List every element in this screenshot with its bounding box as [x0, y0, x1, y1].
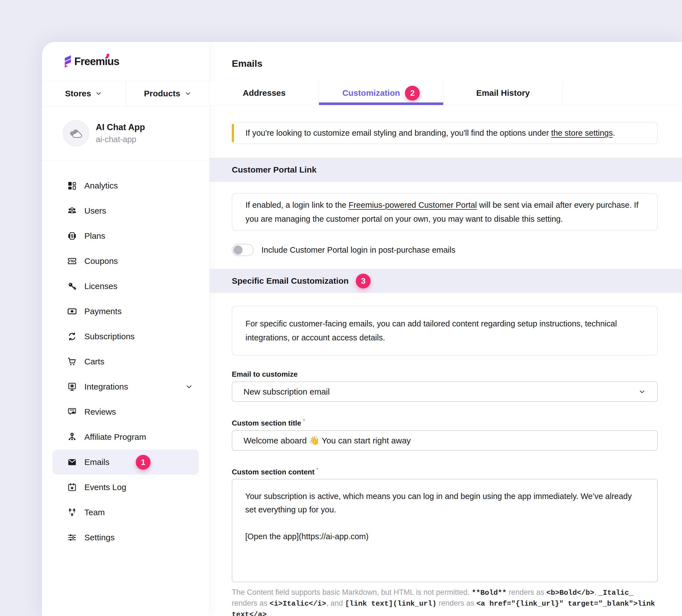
reviews-icon — [67, 407, 77, 417]
sidebar-item-label: Team — [84, 508, 105, 517]
step-badge: 2 — [405, 86, 420, 100]
sidebar-item-label: Payments — [84, 306, 121, 316]
sidebar-item-carts[interactable]: Carts — [42, 349, 209, 374]
sidebar-item-users[interactable]: Users — [42, 198, 209, 223]
sidebar-item-reviews[interactable]: Reviews — [42, 399, 209, 425]
custom-section-title-input[interactable]: Welcome aboard 👋 You can start right awa… — [232, 430, 658, 451]
integrations-icon — [67, 382, 77, 392]
required-asterisk: * — [303, 418, 305, 424]
section-customer-portal-link: Customer Portal Link — [210, 158, 682, 182]
licenses-icon — [67, 281, 77, 291]
team-icon — [67, 507, 77, 518]
required-asterisk: * — [316, 466, 318, 473]
chevron-down-icon[interactable] — [185, 383, 193, 391]
stores-label: Stores — [65, 89, 91, 98]
sidebar-item-settings[interactable]: Settings — [42, 525, 209, 550]
logo[interactable]: Freemius — [42, 42, 209, 81]
customer-portal-link[interactable]: Freemius-powered Customer Portal — [348, 201, 477, 209]
products-dropdown[interactable]: Products — [126, 81, 209, 106]
email-to-customize-select[interactable]: New subscription email — [232, 382, 658, 402]
tab-bar-filler — [563, 81, 682, 105]
coupons-icon: % — [67, 256, 77, 266]
sidebar-item-label: Licenses — [84, 281, 117, 291]
app-avatar — [63, 120, 89, 146]
brand-wordmark: Freemius — [74, 55, 119, 68]
sidebar-item-label: Users — [84, 206, 106, 215]
styling-callout: If you're looking to customize email sty… — [232, 122, 658, 144]
tab-label: Addresses — [243, 88, 286, 98]
plans-icon: $ — [67, 231, 77, 241]
tab-label: Customization — [342, 88, 400, 98]
analytics-icon — [67, 181, 77, 191]
markdown-help-text: The Content field supports basic Markdow… — [232, 588, 472, 596]
sidebar-item-coupons[interactable]: % Coupons — [42, 249, 209, 274]
payments-icon — [67, 306, 77, 316]
app-selector[interactable]: AI Chat App ai-chat-app — [42, 106, 209, 161]
freemius-logo-icon — [64, 55, 72, 68]
step-badge-3: 3 — [356, 274, 371, 289]
sidebar-item-emails[interactable]: Emails 1 — [52, 450, 199, 475]
markdown-help-text: renders as — [436, 599, 476, 607]
title-input-label: Custom section title* — [232, 418, 658, 428]
stores-dropdown[interactable]: Stores — [42, 81, 126, 106]
emails-icon — [67, 457, 77, 467]
sidebar-item-team[interactable]: Team — [42, 500, 209, 525]
sidebar-item-events-log[interactable]: Events Log — [42, 475, 209, 500]
main-panel: Emails Addresses Customization 2 Email H… — [210, 42, 682, 616]
section-specific-email-customization: Specific Email Customization 3 — [210, 269, 682, 293]
toggle-knob — [233, 246, 243, 254]
markdown-help: The Content field supports basic Markdow… — [232, 587, 658, 616]
sidebar-item-licenses[interactable]: Licenses — [42, 274, 209, 299]
email-select-label: Email to customize — [232, 370, 658, 379]
sidebar-item-label: Emails — [84, 457, 110, 467]
sidebar-item-label: Affiliate Program — [84, 432, 146, 442]
sidebar-item-integrations[interactable]: Integrations — [42, 374, 209, 399]
page-title: Emails — [210, 42, 682, 81]
section-title: Customer Portal Link — [232, 165, 316, 175]
sidebar-item-label: Settings — [84, 533, 114, 542]
store-settings-link[interactable]: the store settings — [551, 129, 613, 137]
events-log-icon — [67, 482, 77, 492]
sidebar-item-label: Analytics — [84, 181, 118, 190]
sidebar-menu: Analytics Users $ Plans % Coupons Licens… — [42, 161, 209, 550]
custom-section-content-textarea[interactable]: Your subscription is active, which means… — [232, 479, 658, 582]
section-title: Specific Email Customization — [232, 276, 348, 286]
tab-addresses[interactable]: Addresses — [210, 81, 319, 105]
markdown-help-text: , — [594, 588, 598, 596]
markdown-code-example: <b>Bold</b> — [546, 589, 594, 597]
users-icon — [67, 206, 77, 216]
input-value: Welcome aboard 👋 You can start right awa… — [244, 436, 411, 446]
app-card: Freemius Stores Products AI Chat App ai — [42, 42, 682, 616]
chevron-down-icon — [95, 90, 102, 97]
sidebar-item-plans[interactable]: $ Plans — [42, 223, 209, 249]
svg-text:$: $ — [71, 233, 73, 238]
affiliate-icon: $ — [67, 432, 77, 442]
sidebar-item-label: Plans — [84, 231, 105, 241]
sidebar-item-label: Reviews — [84, 407, 116, 417]
notification-badge: 1 — [136, 455, 151, 470]
customization-description: For specific customer-facing emails, you… — [232, 306, 658, 356]
callout-text: If you're looking to customize email sty… — [246, 129, 615, 138]
cloud-icon — [69, 128, 83, 138]
toggle-label: Include Customer Portal login in post-pu… — [262, 246, 455, 255]
tab-email-history[interactable]: Email History — [444, 81, 563, 105]
sidebar-item-label: Coupons — [84, 256, 118, 266]
sidebar-item-affiliate-program[interactable]: $ Affiliate Program — [42, 425, 209, 450]
sidebar-item-subscriptions[interactable]: Subscriptions — [42, 324, 209, 349]
markdown-help-text: renders as — [232, 599, 270, 607]
portal-login-toggle[interactable] — [232, 244, 254, 256]
tab-customization[interactable]: Customization 2 — [319, 81, 444, 105]
svg-text:%: % — [70, 258, 74, 263]
settings-icon — [67, 532, 77, 543]
markdown-help-text: . — [267, 610, 269, 616]
carts-icon — [67, 357, 77, 367]
content: If you're looking to customize email sty… — [210, 105, 682, 616]
chevron-down-icon — [638, 388, 646, 396]
markdown-code-example: <i>Italic</i> — [270, 599, 326, 608]
sidebar-item-payments[interactable]: Payments — [42, 299, 209, 324]
tab-label: Email History — [476, 88, 530, 98]
subscriptions-icon — [67, 332, 77, 342]
markdown-code-example: **Bold** — [472, 589, 507, 597]
sidebar-item-analytics[interactable]: Analytics — [42, 173, 209, 198]
markdown-help-text: , and — [326, 599, 345, 607]
